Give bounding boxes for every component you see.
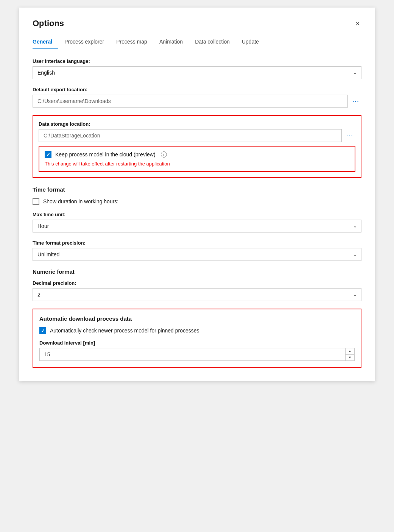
auto-check-checkbox[interactable]: ✓: [39, 327, 46, 334]
auto-check-checkmark: ✓: [41, 328, 45, 333]
time-format-section: Time format Show duration in working hou…: [33, 186, 361, 261]
ui-language-select-wrapper: English ⌄: [33, 66, 361, 79]
restart-message: This change will take effect after resta…: [45, 161, 349, 167]
dialog-title: Options: [33, 19, 64, 28]
data-storage-input-wrapper: ···: [39, 129, 355, 142]
max-time-unit-select[interactable]: Hour: [33, 220, 361, 232]
keep-cloud-row: ✓ Keep process model in the cloud (previ…: [45, 151, 349, 158]
decimal-precision-select-wrapper: 2 ⌄: [33, 288, 361, 301]
ui-language-label: User interface language:: [33, 58, 361, 64]
time-precision-select[interactable]: Unlimited: [33, 248, 361, 261]
keep-cloud-label: Keep process model in the cloud (preview…: [55, 151, 156, 158]
numeric-format-heading: Numeric format: [33, 268, 361, 275]
download-interval-decrement-button[interactable]: ▼: [346, 355, 354, 361]
time-format-heading: Time format: [33, 186, 361, 193]
tab-process-map[interactable]: Process map: [110, 35, 153, 49]
keep-cloud-section: ✓ Keep process model in the cloud (previ…: [39, 146, 355, 172]
download-interval-group: Download interval [min] ▲ ▼: [39, 340, 355, 361]
default-export-label: Default export location:: [33, 87, 361, 92]
keep-cloud-info-icon[interactable]: i: [161, 151, 167, 158]
dialog-header: Options ×: [33, 18, 361, 29]
max-time-unit-group: Max time unit: Hour ⌄: [33, 212, 361, 232]
auto-download-section: Automatic download process data ✓ Automa…: [33, 309, 361, 368]
time-precision-select-wrapper: Unlimited ⌄: [33, 248, 361, 261]
tabs-bar: General Process explorer Process map Ani…: [33, 35, 361, 49]
decimal-precision-select[interactable]: 2: [33, 288, 361, 301]
keep-cloud-checkmark: ✓: [46, 152, 50, 157]
numeric-format-section: Numeric format Decimal precision: 2 ⌄: [33, 268, 361, 301]
show-duration-label: Show duration in working hours:: [43, 198, 118, 204]
download-interval-input[interactable]: [40, 348, 345, 360]
decimal-precision-group: Decimal precision: 2 ⌄: [33, 280, 361, 301]
options-dialog: Options × General Process explorer Proce…: [19, 8, 375, 381]
max-time-unit-label: Max time unit:: [33, 212, 361, 217]
max-time-unit-select-wrapper: Hour ⌄: [33, 220, 361, 232]
show-duration-row: Show duration in working hours:: [33, 198, 361, 205]
download-interval-spinners: ▲ ▼: [345, 348, 354, 360]
close-button[interactable]: ×: [354, 18, 361, 29]
auto-check-row: ✓ Automatically check newer process mode…: [39, 327, 355, 334]
default-export-group: Default export location: ···: [33, 87, 361, 108]
download-interval-increment-button[interactable]: ▲: [346, 348, 354, 355]
data-storage-section: Data storage location: ··· ✓ Keep proces…: [33, 115, 361, 178]
ui-language-group: User interface language: English ⌄: [33, 58, 361, 79]
time-precision-group: Time format precision: Unlimited ⌄: [33, 240, 361, 261]
tab-process-explorer[interactable]: Process explorer: [58, 35, 110, 49]
tab-update[interactable]: Update: [236, 35, 265, 49]
data-storage-browse-button[interactable]: ···: [344, 131, 355, 140]
decimal-precision-label: Decimal precision:: [33, 280, 361, 286]
time-precision-label: Time format precision:: [33, 240, 361, 246]
tab-general[interactable]: General: [33, 35, 58, 49]
default-export-input-wrapper: ···: [33, 95, 361, 108]
download-interval-input-wrapper: ▲ ▼: [39, 348, 355, 361]
data-storage-input[interactable]: [39, 129, 342, 142]
auto-check-label: Automatically check newer process model …: [50, 328, 199, 334]
tab-data-collection[interactable]: Data collection: [189, 35, 236, 49]
ui-language-select[interactable]: English: [33, 66, 361, 79]
default-export-browse-button[interactable]: ···: [350, 96, 361, 106]
tab-animation[interactable]: Animation: [153, 35, 189, 49]
keep-cloud-checkbox[interactable]: ✓: [45, 151, 51, 158]
data-storage-label: Data storage location:: [39, 121, 355, 127]
show-duration-checkbox[interactable]: [33, 198, 39, 205]
download-interval-label: Download interval [min]: [39, 340, 355, 346]
default-export-input[interactable]: [33, 95, 348, 108]
auto-download-heading: Automatic download process data: [39, 315, 355, 322]
